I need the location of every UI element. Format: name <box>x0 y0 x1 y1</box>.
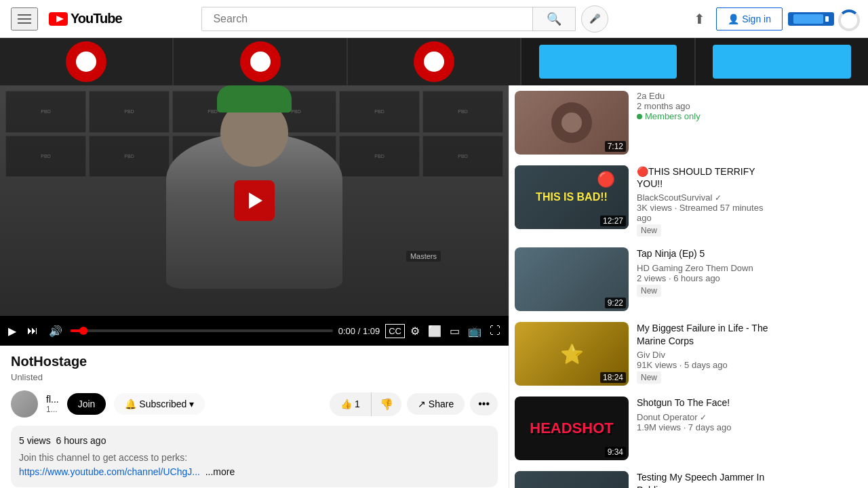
next-button[interactable]: ⏭ <box>24 322 41 340</box>
cast-button[interactable]: 📺 <box>465 322 484 340</box>
time-display: 0:00 / 1:09 <box>338 326 380 336</box>
like-button[interactable]: 👍 1 <box>330 392 371 416</box>
sidebar-thumb-0: 7:12 <box>515 91 629 155</box>
shelf-icon-red-2 <box>240 41 281 82</box>
sidebar-info-2: Tap Ninja (Ep) 5 HD Gaming Zero Them Dow… <box>634 247 776 311</box>
sidebar-meta-0: 2 months ago <box>637 101 773 111</box>
search-button[interactable]: 🔍 <box>532 7 575 30</box>
more-options-button[interactable]: ••• <box>470 392 498 415</box>
battery-bar <box>793 14 823 24</box>
youtube-logo[interactable]: YouTube <box>49 11 122 26</box>
video-section: PBD PBD PBD PBD PBD PBD PBD PBD PBD PBD … <box>0 85 509 488</box>
sidebar-duration-2: 9:22 <box>605 298 626 308</box>
upload-button[interactable]: ⬆ <box>688 5 711 33</box>
sidebar-title-4: Shotgun To The Face! <box>637 396 773 409</box>
sidebar-info-5: Testing My Speech Jammer In Public Benn … <box>634 471 776 488</box>
sidebar-channel-1: BlackScoutSurvival ✓ <box>637 192 773 203</box>
thumbs-up-icon: 👍 <box>340 399 352 409</box>
sidebar-channel-0: 2a Edu <box>637 91 773 101</box>
signin-button[interactable]: 👤 Sign in <box>716 7 783 30</box>
miniplayer-button[interactable]: ⬜ <box>425 322 444 340</box>
desc-stats: 5 views 6 hours ago <box>19 434 490 448</box>
sidebar-thumb-5: THIS SONIC WEAPON MAKES IT IMPOSSIBLE TO… <box>515 471 629 488</box>
fullscreen-button[interactable]: ⛶ <box>487 322 503 340</box>
sidebar-info-0: 2a Edu 2 months ago Members only <box>634 91 776 155</box>
channel-avatar[interactable] <box>11 390 38 418</box>
theater-button[interactable]: ▭ <box>447 322 462 340</box>
play-pause-button[interactable]: ▶ <box>5 322 19 340</box>
bad-text-label: THIS IS BAD!! <box>533 188 610 206</box>
video-title: NotHostage <box>11 354 498 369</box>
sidebar-title-1: 🔴THIS SHOULD TERRIFY YOU!! <box>637 165 773 190</box>
video-controls: ▶ ⏭ 🔊 0:00 / 1:09 CC ⚙ ⬜ ▭ 📺 ⛶ <box>0 316 509 346</box>
loading-spinner <box>838 9 857 28</box>
channel-link[interactable]: https://www.youtube.com/channel/UChgJ... <box>19 466 200 477</box>
thumbs-down-icon: 👎 <box>380 399 393 410</box>
channel-row: fl... 1... Join 🔔 Subscribed ▾ 👍 1 <box>11 390 498 418</box>
video-thumbnail[interactable]: PBD PBD PBD PBD PBD PBD PBD PBD PBD PBD … <box>0 85 509 316</box>
shelf-item-2[interactable] <box>174 38 347 85</box>
members-badge-0: Members only <box>637 111 773 121</box>
military-icon: ⭐ <box>560 343 584 365</box>
sidebar-channel-3: Giv Div <box>637 350 773 360</box>
sidebar-item-4[interactable]: HEADSHOT 9:34 Shotgun To The Face! Donut… <box>515 391 776 466</box>
sidebar-meta-1: 3K views · Streamed 57 minutes ago <box>637 203 773 223</box>
volume-button[interactable]: 🔊 <box>46 322 65 340</box>
bell-icon: 🔔 <box>125 399 136 409</box>
sidebar-item-2[interactable]: 9:22 Tap Ninja (Ep) 5 HD Gaming Zero The… <box>515 242 776 317</box>
shelf-device-1 <box>539 45 677 79</box>
join-button[interactable]: Join <box>67 393 106 415</box>
shelf-item-1[interactable] <box>0 38 174 85</box>
main-content: PBD PBD PBD PBD PBD PBD PBD PBD PBD PBD … <box>0 85 868 488</box>
settings-button[interactable]: ⚙ <box>408 322 422 340</box>
channel-name[interactable]: fl... <box>46 394 59 405</box>
share-button[interactable]: ↗ Share <box>407 393 465 415</box>
thumb-icon-0 <box>551 102 592 143</box>
sidebar-thumb-4: HEADSHOT 9:34 <box>515 396 629 460</box>
sidebar-title-3: My Biggest Failure in Life - The Marine … <box>637 322 773 346</box>
headshot-text-label: HEADSHOT <box>527 417 616 440</box>
arrow-icon: 🔴 <box>597 171 615 188</box>
sidebar-thumb-2: 9:22 <box>515 247 629 311</box>
shelf-item-4[interactable] <box>521 38 695 85</box>
video-info: NotHostage Unlisted fl... 1... Join 🔔 Su… <box>0 346 509 488</box>
top-shelf <box>0 38 868 85</box>
sidebar-channel-2: HD Gaming Zero Them Down <box>637 263 773 273</box>
header-right: ⬆ 👤 Sign in <box>688 5 857 33</box>
thumb-bg-5: THIS SONIC WEAPON MAKES IT IMPOSSIBLE TO… <box>515 471 629 488</box>
header: YouTube 🔍 🎤 ⬆ 👤 Sign in <box>0 0 868 38</box>
progress-bar[interactable] <box>71 329 333 332</box>
sidebar-duration-3: 18:24 <box>600 372 626 383</box>
sidebar-item-3[interactable]: ⭐ 18:24 My Biggest Failure in Life - The… <box>515 317 776 391</box>
sidebar-info-1: 🔴THIS SHOULD TERRIFY YOU!! BlackScoutSur… <box>634 165 776 237</box>
shelf-item-5[interactable] <box>696 38 868 85</box>
progress-dot <box>79 327 87 335</box>
search-container: 🔍 🎤 <box>201 5 608 33</box>
new-badge-2: New <box>637 285 661 297</box>
person-icon: 👤 <box>728 14 739 24</box>
subscribe-button[interactable]: 🔔 Subscribed ▾ <box>114 393 205 415</box>
chevron-down-icon: ▾ <box>189 399 194 409</box>
sidebar-item-1[interactable]: THIS IS BAD!! 🔴 12:27 🔴THIS SHOULD TERRI… <box>515 160 776 242</box>
play-triangle-icon <box>249 192 262 209</box>
new-badge-3: New <box>637 371 661 384</box>
sidebar-info-4: Shotgun To The Face! Donut Operator ✓ 1.… <box>634 396 776 460</box>
menu-button[interactable] <box>11 7 38 30</box>
mic-icon: 🎤 <box>589 14 601 24</box>
action-buttons: 👍 1 👎 ↗ Share ••• <box>330 392 498 416</box>
sidebar-item-5[interactable]: THIS SONIC WEAPON MAKES IT IMPOSSIBLE TO… <box>515 466 776 488</box>
shelf-item-3[interactable] <box>348 38 521 85</box>
search-input[interactable] <box>202 7 532 30</box>
video-description[interactable]: 5 views 6 hours ago Join this channel to… <box>11 426 498 487</box>
shelf-device-2 <box>713 45 851 79</box>
sidebar-item-0[interactable]: 7:12 2a Edu 2 months ago Members only <box>515 85 776 160</box>
play-button-center[interactable] <box>234 180 275 221</box>
dislike-button[interactable]: 👎 <box>371 392 401 416</box>
more-button[interactable]: ...more <box>205 466 235 477</box>
cc-button[interactable]: CC <box>385 324 405 338</box>
sidebar-channel-4: Donut Operator ✓ <box>637 412 773 422</box>
voice-search-button[interactable]: 🎤 <box>581 5 608 33</box>
sidebar-thumb-3: ⭐ 18:24 <box>515 322 629 386</box>
like-dislike-group: 👍 1 👎 <box>330 392 401 416</box>
verified-icon-1: ✓ <box>715 193 722 203</box>
